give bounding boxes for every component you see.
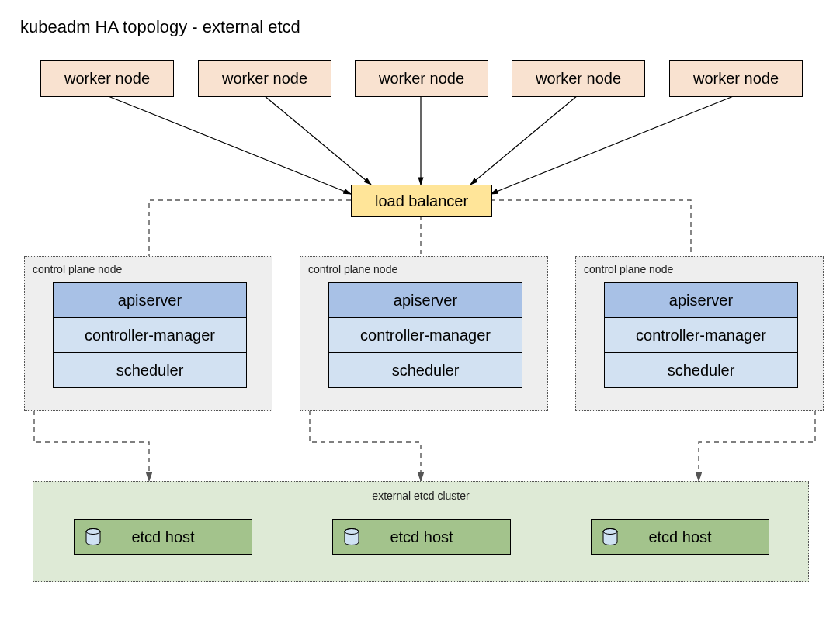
database-icon: [344, 528, 359, 545]
database-icon: [602, 528, 618, 545]
etcd-host: etcd host: [332, 519, 511, 555]
scheduler-box: scheduler: [328, 352, 522, 388]
etcd-host-label: etcd host: [648, 528, 711, 546]
etcd-host: etcd host: [591, 519, 769, 555]
apiserver-box: apiserver: [53, 282, 247, 318]
apiserver-box: apiserver: [604, 282, 798, 318]
control-plane-stack: apiserver controller-manager scheduler: [604, 283, 798, 388]
etcd-host-label: etcd host: [131, 528, 194, 546]
svg-line-1: [264, 95, 371, 185]
diagram-title: kubeadm HA topology - external etcd: [20, 17, 300, 37]
control-plane-node: control plane node apiserver controller-…: [300, 256, 548, 411]
etcd-host-label: etcd host: [390, 528, 453, 546]
worker-node: worker node: [669, 60, 803, 97]
etcd-cluster-label: external etcd cluster: [33, 490, 808, 502]
worker-node: worker node: [198, 60, 331, 97]
control-plane-stack: apiserver controller-manager scheduler: [53, 283, 247, 388]
load-balancer: load balancer: [351, 185, 492, 217]
external-etcd-cluster: external etcd cluster etcd host etcd hos…: [33, 481, 809, 582]
svg-line-3: [470, 95, 578, 185]
etcd-host: etcd host: [74, 519, 252, 555]
controller-manager-box: controller-manager: [328, 317, 522, 353]
apiserver-box: apiserver: [328, 282, 522, 318]
scheduler-box: scheduler: [604, 352, 798, 388]
svg-line-4: [491, 95, 735, 194]
worker-node: worker node: [512, 60, 645, 97]
control-plane-label: control plane node: [33, 263, 122, 275]
control-plane-node: control plane node apiserver controller-…: [24, 256, 272, 411]
database-icon: [85, 528, 101, 545]
controller-manager-box: controller-manager: [604, 317, 798, 353]
control-plane-stack: apiserver controller-manager scheduler: [328, 283, 522, 388]
scheduler-box: scheduler: [53, 352, 247, 388]
control-plane-node: control plane node apiserver controller-…: [575, 256, 824, 411]
controller-manager-box: controller-manager: [53, 317, 247, 353]
control-plane-label: control plane node: [308, 263, 397, 275]
control-plane-label: control plane node: [584, 263, 673, 275]
worker-node: worker node: [40, 60, 174, 97]
svg-line-0: [106, 95, 351, 194]
worker-node: worker node: [355, 60, 488, 97]
